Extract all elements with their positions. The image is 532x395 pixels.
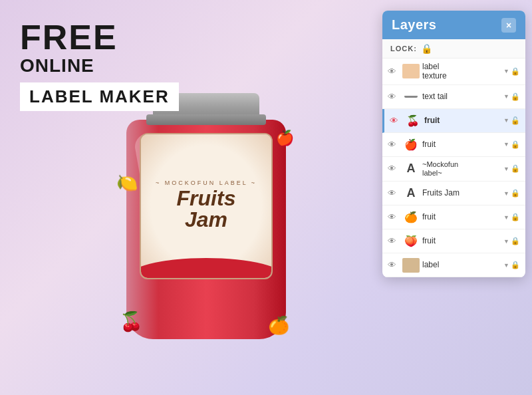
layer-controls: ▼ 🔒 bbox=[503, 237, 520, 245]
lock-small-icon[interactable]: 🔒 bbox=[511, 67, 520, 76]
layer-name: text tail bbox=[422, 92, 501, 101]
dropdown-icon[interactable]: ▼ bbox=[503, 262, 509, 269]
layer-name: fruit bbox=[422, 236, 501, 245]
dropdown-icon[interactable]: ▼ bbox=[503, 238, 509, 245]
lock-label: LOCK: bbox=[390, 45, 417, 53]
layer-name: label bbox=[422, 260, 501, 269]
lock-small-icon[interactable]: 🔒 bbox=[511, 237, 520, 245]
layer-item[interactable]: 👁 🍑 fruit ▼ 🔒 bbox=[382, 229, 525, 253]
layer-thumbnail: A bbox=[402, 186, 420, 201]
layer-controls: ▼ 🔒 bbox=[503, 140, 520, 149]
visibility-icon[interactable]: 👁 bbox=[388, 212, 400, 222]
fruit-lemon-decoration: 🍋 bbox=[116, 173, 138, 194]
dropdown-icon[interactable]: ▼ bbox=[503, 141, 509, 148]
layer-thumbnail: 🍒 bbox=[404, 113, 422, 128]
layer-controls: ▼ 🔒 bbox=[503, 261, 520, 269]
dropdown-icon[interactable]: ▼ bbox=[503, 166, 509, 172]
layer-controls: ▼ 🔒 bbox=[503, 189, 520, 198]
layer-controls: ▼ 🔒 bbox=[503, 164, 520, 173]
layer-thumbnail: A bbox=[402, 162, 420, 176]
layer-controls: ▼ 🔒 bbox=[503, 67, 520, 76]
label-fruits-text: Fruits bbox=[177, 188, 236, 209]
label-jam-text: Jam bbox=[185, 209, 227, 230]
visibility-icon[interactable]: 👁 bbox=[388, 66, 400, 76]
dropdown-icon[interactable]: ▼ bbox=[503, 68, 509, 74]
layer-item[interactable]: 👁 🍊 fruit ▼ 🔒 bbox=[382, 205, 525, 229]
dropdown-icon[interactable]: ▼ bbox=[503, 190, 509, 197]
visibility-icon[interactable]: 👁 bbox=[388, 140, 400, 150]
visibility-icon[interactable]: 👁 bbox=[388, 236, 400, 246]
layer-name: labeltexture bbox=[422, 62, 501, 81]
jar: 🍒 🍊 🍎 🍋 ~ MOCKOFUN LABEL ~ Fruits Jam bbox=[113, 93, 299, 346]
layer-name: fruit bbox=[422, 140, 501, 149]
layers-panel: Layers × LOCK: 🔒 👁 labeltexture ▼ 🔒 👁 te… bbox=[382, 11, 525, 277]
lock-small-icon[interactable]: 🔒 bbox=[511, 164, 520, 173]
lock-icon: 🔒 bbox=[421, 43, 432, 54]
lock-small-icon[interactable]: 🔒 bbox=[511, 92, 520, 101]
visibility-icon[interactable]: 👁 bbox=[388, 92, 400, 102]
layer-controls: ▼ 🔒 bbox=[503, 92, 520, 101]
layer-controls: ▼ 🔒 bbox=[503, 213, 520, 221]
label-wave bbox=[141, 258, 271, 278]
layer-item[interactable]: 👁 A Fruits Jam ▼ 🔒 bbox=[382, 182, 525, 205]
layer-item[interactable]: 👁 text tail ▼ 🔒 bbox=[382, 85, 525, 109]
free-text: FREE bbox=[20, 20, 179, 55]
layers-header: Layers × bbox=[382, 11, 525, 39]
visibility-icon[interactable]: 👁 bbox=[388, 164, 400, 174]
label-maker-box: LABEL MAKER bbox=[20, 82, 179, 111]
layer-item[interactable]: 👁 labeltexture ▼ 🔒 bbox=[382, 59, 525, 85]
layer-thumbnail: 🍊 bbox=[402, 210, 420, 225]
layer-item-active[interactable]: 👁 🍒 fruit ▼ 🔓 bbox=[382, 109, 525, 133]
lock-small-icon[interactable]: 🔒 bbox=[511, 261, 520, 269]
label-maker-text: LABEL MAKER bbox=[29, 86, 170, 106]
layer-thumbnail bbox=[402, 258, 420, 273]
lock-small-icon[interactable]: 🔒 bbox=[511, 213, 520, 221]
lock-small-icon[interactable]: 🔒 bbox=[511, 140, 520, 149]
visibility-icon[interactable]: 👁 bbox=[388, 260, 400, 270]
layer-thumbnail bbox=[404, 95, 418, 98]
layer-item[interactable]: 👁 A ~Mockofunlabel~ ▼ 🔒 bbox=[382, 157, 525, 182]
layer-thumbnail bbox=[402, 64, 420, 78]
layer-item[interactable]: 👁 🍎 fruit ▼ 🔒 bbox=[382, 133, 525, 157]
layer-thumbnail: 🍎 bbox=[402, 137, 420, 152]
jar-label: ~ MOCKOFUN LABEL ~ Fruits Jam bbox=[140, 133, 273, 279]
lock-open-icon[interactable]: 🔓 bbox=[511, 116, 520, 125]
visibility-icon[interactable]: 👁 bbox=[390, 116, 402, 126]
layer-name: Fruits Jam bbox=[422, 188, 501, 198]
fruit-orange-decoration: 🍊 bbox=[268, 315, 289, 336]
layer-controls: ▼ 🔓 bbox=[503, 116, 520, 125]
lock-small-icon[interactable]: 🔒 bbox=[511, 189, 520, 198]
layer-name: ~Mockofunlabel~ bbox=[422, 160, 501, 178]
layer-name: fruit bbox=[422, 212, 501, 221]
fruit-apple-decoration: 🍎 bbox=[276, 130, 294, 147]
layers-close-button[interactable]: × bbox=[501, 18, 516, 33]
layer-name: fruit bbox=[424, 116, 501, 125]
layers-title: Layers bbox=[392, 17, 437, 33]
dropdown-icon[interactable]: ▼ bbox=[503, 93, 509, 100]
layer-thumbnail: 🍑 bbox=[402, 234, 420, 249]
dropdown-icon[interactable]: ▼ bbox=[503, 214, 509, 221]
visibility-icon[interactable]: 👁 bbox=[388, 188, 400, 198]
left-header: FREE ONLINE LABEL MAKER bbox=[20, 20, 179, 111]
online-text: ONLINE bbox=[20, 55, 179, 77]
layers-lock-row: LOCK: 🔒 bbox=[382, 39, 525, 59]
fruit-cherry-decoration: 🍒 bbox=[120, 311, 143, 332]
layer-item[interactable]: 👁 label ▼ 🔒 bbox=[382, 253, 525, 277]
label-mockofun-text: ~ MOCKOFUN LABEL ~ bbox=[156, 180, 257, 186]
dropdown-icon[interactable]: ▼ bbox=[503, 117, 509, 124]
